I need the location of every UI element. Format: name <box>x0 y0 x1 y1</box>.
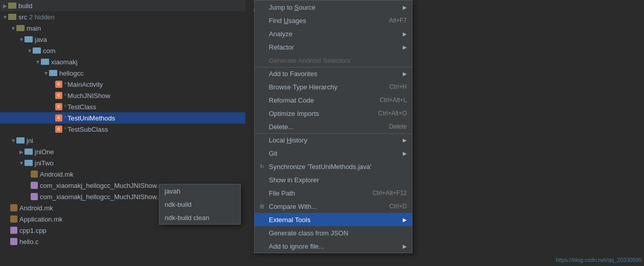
folder-icon-build <box>8 3 16 9</box>
tree-arrow-jnitwo: ▼ <box>18 160 25 166</box>
tree-label-androidmk2: Android.mk <box>19 204 53 212</box>
tree-arrow-java: ▼ <box>18 37 25 42</box>
tree-label-muchjnishow: MuchJNIShow <box>67 92 110 100</box>
folder-icon-main <box>16 25 25 31</box>
file-icon-testunimethods: C <box>55 114 62 122</box>
tree-item-jni[interactable]: ▼ jni <box>0 135 245 146</box>
tree-label-com: com <box>43 47 56 55</box>
tree-label-cpp1: cpp1.cpp <box>19 227 47 234</box>
menu-item-external-tools[interactable]: External Tools ▶ <box>255 213 412 226</box>
tree-arrow-src: ▼ <box>2 14 8 20</box>
tree-item-hellogcc[interactable]: ▼ hellogcc <box>0 67 245 79</box>
tree-item-main[interactable]: ▼ main <box>0 22 245 34</box>
menu-item-compare-with[interactable]: ⊞ Compare With... Ctrl+D <box>255 200 412 213</box>
file-icon-mainactivity: C <box>55 81 62 88</box>
tree-item-mainactivity[interactable]: C ᴮ MainActivity <box>0 79 245 90</box>
menu-item-find-usages[interactable]: Find Usages Alt+F7 <box>255 14 412 27</box>
folder-icon-jni <box>16 137 25 143</box>
submenu-item-ndk-build-clean[interactable]: ndk-build clean <box>159 211 240 224</box>
menu-item-add-ignore[interactable]: Add to ignore file... ▶ <box>255 239 412 253</box>
menu-item-add-favorites[interactable]: Add to Favorites ▶ <box>255 67 412 80</box>
menu-item-browse-hierarchy[interactable]: Browse Type Hierarchy Ctrl+H <box>255 80 412 93</box>
tree-label-jnitwo: jniTwo <box>35 159 54 167</box>
file-icon-testsubclass: C <box>55 126 62 133</box>
tree-label-muchcpp: com_xiaomakj_hellogcc_MuchJNIShow.cpp <box>40 182 169 189</box>
tree-label-testsubclass: TestSubClass <box>67 126 108 133</box>
tree-label-applicationmk: Application.mk <box>19 215 63 223</box>
menu-item-optimize-imports[interactable]: Optimize Imports Ctrl+Alt+O <box>255 107 412 120</box>
tree-item-jnitwo[interactable]: ▼ jniTwo <box>0 157 245 168</box>
folder-icon-hellogcc <box>49 70 57 76</box>
file-icon-androidmk1 <box>31 171 38 178</box>
tree-item-java[interactable]: ▼ java <box>0 34 245 45</box>
tree-arrow-hellogcc: ▼ <box>43 70 49 76</box>
tree-item-helloc[interactable]: hello.c <box>0 236 245 247</box>
menu-item-reformat-code[interactable]: Reformat Code Ctrl+Alt+L <box>255 93 412 107</box>
tree-item-testunimethods[interactable]: C ᴮ TestUniMethods <box>0 112 245 124</box>
tree-arrow-jnione: ▶ <box>18 149 25 155</box>
menu-item-gen-class-json[interactable]: Generate class from JSON <box>255 226 412 239</box>
folder-icon-src <box>8 14 16 20</box>
folder-icon-java <box>25 36 33 42</box>
folder-icon-jnione <box>25 149 33 155</box>
menu-item-file-path[interactable]: File Path Ctrl+Alt+F12 <box>255 186 412 200</box>
watermark-link: https://blog.csdn.net/qq_20330595 <box>556 257 642 263</box>
file-icon-cpp1 <box>10 227 17 234</box>
tree-item-build[interactable]: ▶ build <box>0 0 245 11</box>
menu-item-gen-android-selectors: Generate Android Selectors <box>255 54 412 67</box>
submenu-label-ndk-build: ndk-build <box>165 201 192 208</box>
tree-arrow-jni: ▼ <box>10 138 16 143</box>
file-icon-muchh <box>31 193 38 200</box>
tree-label-helloc: hello.c <box>19 238 39 246</box>
menu-item-refactor[interactable]: Refactor ▶ <box>255 40 412 54</box>
tree-label-jni: jni <box>27 137 33 144</box>
file-icon-androidmk2 <box>10 204 17 211</box>
tree-item-com[interactable]: ▼ com <box>0 45 245 56</box>
tree-arrow-build: ▶ <box>2 3 8 9</box>
tree-item-jnione[interactable]: ▶ jniOne <box>0 146 245 157</box>
tree-arrow-xiaomakj: ▼ <box>35 59 41 65</box>
tree-label-java: java <box>35 36 47 43</box>
context-menu: Jump to Source ▶ Find Usages Alt+F7 Anal… <box>254 0 412 253</box>
tree-label-testunimethods: TestUniMethods <box>67 114 115 122</box>
tree-arrow-com: ▼ <box>27 48 33 54</box>
folder-icon-com <box>33 47 41 54</box>
menu-item-jump-to-source[interactable]: Jump to Source ▶ <box>255 1 412 14</box>
tree-label-androidmk1: Android.mk <box>40 171 74 178</box>
tree-item-src[interactable]: ▼ src 2 hidden <box>0 11 245 22</box>
file-icon-helloc <box>10 238 17 245</box>
folder-icon-xiaomakj <box>41 59 49 65</box>
menu-item-analyze[interactable]: Analyze ▶ <box>255 27 412 40</box>
submenu-item-ndk-build[interactable]: ndk-build <box>159 198 240 211</box>
tree-label-main: main <box>27 25 41 32</box>
tree-label-src: src 2 hidden <box>18 13 55 21</box>
tree-item-cpp1[interactable]: cpp1.cpp <box>0 225 245 236</box>
menu-item-git[interactable]: Git ▶ <box>255 147 412 160</box>
tree-label-hellogcc: hellogcc <box>59 69 84 77</box>
tree-item-xiaomakj[interactable]: ▼ xiaomakj <box>0 56 245 67</box>
menu-item-delete[interactable]: Delete... Delete <box>255 120 412 133</box>
compare-icon: ⊞ <box>258 202 266 210</box>
tree-label-jnione: jniOne <box>35 148 54 156</box>
tree-label-build: build <box>18 2 32 10</box>
menu-item-synchronize[interactable]: ↻ Synchronize 'TestUniMethods.java' <box>255 160 412 173</box>
tree-label-xiaomakj: xiaomakj <box>51 58 77 66</box>
synchronize-icon: ↻ <box>258 162 266 171</box>
tree-label-testclass: TestClass <box>67 103 96 111</box>
submenu-label-ndk-build-clean: ndk-build clean <box>165 214 209 222</box>
file-icon-muchcpp <box>31 182 38 189</box>
file-tree: ▶ build ▼ src 2 hidden ▼ main ▼ java ▼ c… <box>0 0 245 266</box>
folder-icon-jnitwo <box>25 160 33 166</box>
submenu-external-tools: javah ndk-build ndk-build clean <box>159 184 241 225</box>
menu-item-local-history[interactable]: Local History ▶ <box>255 133 412 147</box>
tree-item-testsubclass[interactable]: C ᴮ TestSubClass <box>0 124 245 135</box>
tree-label-mainactivity: MainActivity <box>67 81 103 88</box>
tree-item-muchjnishow[interactable]: C ᴮ MuchJNIShow <box>0 90 245 101</box>
tree-item-androidmk1[interactable]: Android.mk <box>0 168 245 180</box>
menu-item-show-explorer[interactable]: Show in Explorer <box>255 173 412 186</box>
file-icon-muchjnishow: C <box>55 92 62 99</box>
tree-arrow-main: ▼ <box>10 26 16 31</box>
tree-item-testclass[interactable]: C ᴮ TestClass <box>0 101 245 112</box>
external-tools-label: External Tools <box>269 216 310 224</box>
submenu-item-javah[interactable]: javah <box>159 184 240 198</box>
